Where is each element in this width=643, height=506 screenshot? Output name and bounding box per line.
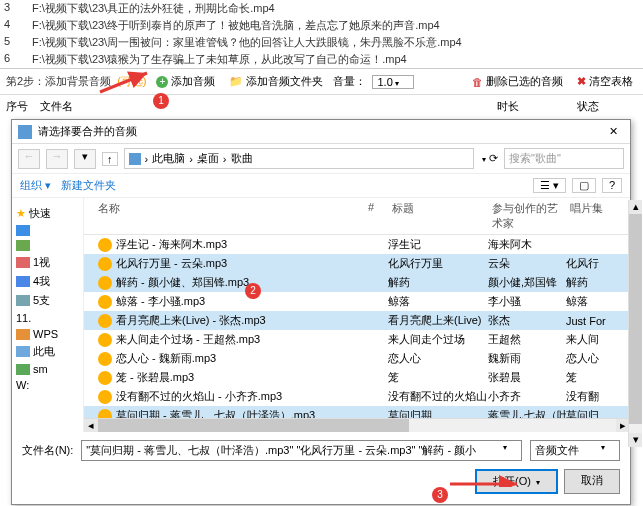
audio-grid-header: 序号 文件名 时长 状态	[0, 95, 643, 118]
refresh-button[interactable]: ▾ ⟳	[480, 152, 498, 165]
col-tracknum[interactable]: #	[364, 201, 388, 231]
mp3-icon	[98, 333, 112, 347]
file-row[interactable]: 莫问归期 - 蒋雪儿、七叔（叶泽浩）.mp3莫问归期蒋雪儿,七叔（叶泽浩）莫问归	[84, 406, 630, 418]
preview-pane-button[interactable]: ▢	[572, 178, 596, 193]
view-mode-button[interactable]: ☰ ▾	[533, 178, 566, 193]
sidebar-item-thispc[interactable]: 此电	[16, 342, 79, 361]
cancel-button[interactable]: 取消	[564, 469, 620, 494]
file-row[interactable]: 解药 - 颜小健、郑国锋.mp3解药颜小健,郑国锋解药	[84, 273, 630, 292]
file-name-text: 没有翻不过的火焰山 - 小齐齐.mp3	[116, 389, 282, 404]
file-row[interactable]: 5F:\视频下载\23\周一围被问：家里谁管钱？他的回答让人大跌眼镜，朱丹黑脸不…	[0, 34, 643, 51]
clear-label: 清空表格	[589, 74, 633, 89]
file-name-text: 浮生记 - 海来阿木.mp3	[116, 237, 227, 252]
col-status: 状态	[577, 99, 637, 114]
file-name-cell: 恋人心 - 魏新雨.mp3	[84, 351, 364, 366]
source-file-list: 3F:\视频下载\23\具正的法外狂徒，刑期比命长.mp4 4F:\视频下载\2…	[0, 0, 643, 69]
scrollbar-v[interactable]: ▴ ▾	[628, 200, 642, 447]
title-cell: 没有翻不过的火焰山	[388, 389, 488, 404]
add-audio-folder-button[interactable]: 📁添加音频文件夹	[225, 73, 327, 90]
close-button[interactable]: ✕	[603, 125, 624, 138]
delete-selected-audio-button[interactable]: 🗑删除已选的音频	[468, 73, 567, 90]
annotation-marker-3: 3	[432, 487, 448, 503]
sidebar-item[interactable]	[16, 238, 79, 253]
title-cell: 浮生记	[388, 237, 488, 252]
scroll-down-button[interactable]: ▾	[629, 433, 642, 447]
file-name-cell: 没有翻不过的火焰山 - 小齐齐.mp3	[84, 389, 364, 404]
chevron-down-icon: ▾	[395, 79, 399, 88]
file-name-cell: 解药 - 颜小健、郑国锋.mp3	[84, 275, 364, 290]
scroll-track[interactable]	[98, 419, 616, 432]
album-cell: 解药	[566, 275, 608, 290]
sidebar-item-quick[interactable]: ★快速	[16, 204, 79, 223]
file-rows: 浮生记 - 海来阿木.mp3浮生记海来阿木化风行万里 - 云朵.mp3化风行万里…	[84, 235, 630, 418]
file-row[interactable]: 来人间走个过场 - 王超然.mp3来人间走个过场王超然来人间	[84, 330, 630, 349]
col-album[interactable]: 唱片集	[566, 201, 608, 231]
sidebar-item[interactable]	[16, 223, 79, 238]
scroll-up-button[interactable]: ▴	[629, 200, 642, 214]
file-num: 3	[4, 1, 32, 16]
breadcrumb-item[interactable]: 桌面	[197, 151, 219, 166]
file-row[interactable]: 恋人心 - 魏新雨.mp3恋人心魏新雨恋人心	[84, 349, 630, 368]
title-cell: 解药	[388, 275, 488, 290]
sidebar-item[interactable]: 11.	[16, 310, 79, 326]
back-button[interactable]: ←	[18, 149, 40, 169]
file-row[interactable]: 4F:\视频下载\23\终于听到泰肖的原声了！被她电音洗脑，差点忘了她原来的声音…	[0, 17, 643, 34]
scroll-thumb[interactable]	[629, 214, 642, 424]
volume-value: 1.0	[377, 76, 392, 88]
file-path: F:\视频下载\23\周一围被问：家里谁管钱？他的回答让人大跌眼镜，朱丹黑脸不乐…	[32, 35, 462, 50]
file-name-text: 来人间走个过场 - 王超然.mp3	[116, 332, 260, 347]
file-row[interactable]: 6F:\视频下载\23\猿猴为了生存骗上了未知草原，从此改写了自己的命运！.mp…	[0, 51, 643, 68]
disk-icon	[16, 364, 30, 375]
sidebar-item-wps[interactable]: WPS	[16, 326, 79, 342]
sidebar-item[interactable]: sm	[16, 361, 79, 377]
breadcrumb-item[interactable]: 歌曲	[231, 151, 253, 166]
add-audio-button[interactable]: +添加音频	[152, 73, 219, 90]
sidebar-item[interactable]: 4我	[16, 272, 79, 291]
file-row[interactable]: 浮生记 - 海来阿木.mp3浮生记海来阿木	[84, 235, 630, 254]
scroll-left-button[interactable]: ◂	[84, 419, 98, 432]
search-input[interactable]: 搜索"歌曲"	[504, 148, 624, 169]
filename-input[interactable]: "莫问归期 - 蒋雪儿、七叔（叶泽浩）.mp3" "化风行万里 - 云朵.mp3…	[81, 440, 522, 461]
breadcrumb-item[interactable]: 此电脑	[152, 151, 185, 166]
artist-cell: 张杰	[488, 313, 566, 328]
title-cell: 莫问归期	[388, 408, 488, 418]
organize-button[interactable]: 组织 ▾	[20, 178, 51, 193]
album-cell: Just For	[566, 315, 608, 327]
col-artist[interactable]: 参与创作的艺术家	[488, 201, 566, 231]
breadcrumb[interactable]: › 此电脑 › 桌面 › 歌曲	[124, 148, 474, 169]
recent-button[interactable]: ▾	[74, 149, 96, 169]
file-row[interactable]: 鲸落 - 李小骚.mp3鲸落李小骚鲸落	[84, 292, 630, 311]
filter-value: 音频文件	[535, 444, 579, 456]
sidebar-item[interactable]: W:	[16, 377, 79, 393]
up-button[interactable]: ↑	[102, 152, 118, 166]
col-name[interactable]: 名称	[84, 201, 364, 231]
chevron-down-icon: ▾	[601, 443, 605, 452]
plus-icon: +	[156, 76, 168, 88]
file-name-cell: 化风行万里 - 云朵.mp3	[84, 256, 364, 271]
chevron-down-icon: ▾	[503, 443, 507, 452]
file-row[interactable]: 化风行万里 - 云朵.mp3化风行万里云朵化风行	[84, 254, 630, 273]
scrollbar-h[interactable]: ◂▸	[84, 418, 630, 432]
clear-table-button[interactable]: ✖清空表格	[573, 73, 637, 90]
help-button[interactable]: ?	[602, 178, 622, 193]
file-row[interactable]: 3F:\视频下载\23\具正的法外狂徒，刑期比命长.mp4	[0, 0, 643, 17]
pc-icon	[16, 346, 30, 357]
filetype-filter[interactable]: 音频文件▾	[530, 440, 620, 461]
col-title[interactable]: 标题	[388, 201, 488, 231]
forward-button[interactable]: →	[46, 149, 68, 169]
new-folder-button[interactable]: 新建文件夹	[61, 178, 116, 193]
scroll-thumb[interactable]	[98, 419, 409, 432]
artist-cell: 小齐齐	[488, 389, 566, 404]
file-row[interactable]: 没有翻不过的火焰山 - 小齐齐.mp3没有翻不过的火焰山小齐齐没有翻	[84, 387, 630, 406]
file-num: 4	[4, 18, 32, 33]
file-row[interactable]: 看月亮爬上来(Live) - 张杰.mp3看月亮爬上来(Live)张杰Just …	[84, 311, 630, 330]
album-cell: 莫问归	[566, 408, 608, 418]
sidebar-label: 5支	[33, 293, 50, 308]
sidebar-item[interactable]: 1视	[16, 253, 79, 272]
file-row[interactable]: 笼 - 张碧晨.mp3笼张碧晨笼	[84, 368, 630, 387]
file-open-dialog: 请选择要合并的音频 ✕ ← → ▾ ↑ › 此电脑 › 桌面 › 歌曲 ▾ ⟳ …	[11, 119, 631, 505]
file-name-text: 看月亮爬上来(Live) - 张杰.mp3	[116, 313, 266, 328]
dialog-buttons: 打开(O) ▾ 取消	[12, 469, 630, 504]
sidebar-item[interactable]: 5支	[16, 291, 79, 310]
volume-select[interactable]: 1.0▾	[372, 75, 413, 89]
